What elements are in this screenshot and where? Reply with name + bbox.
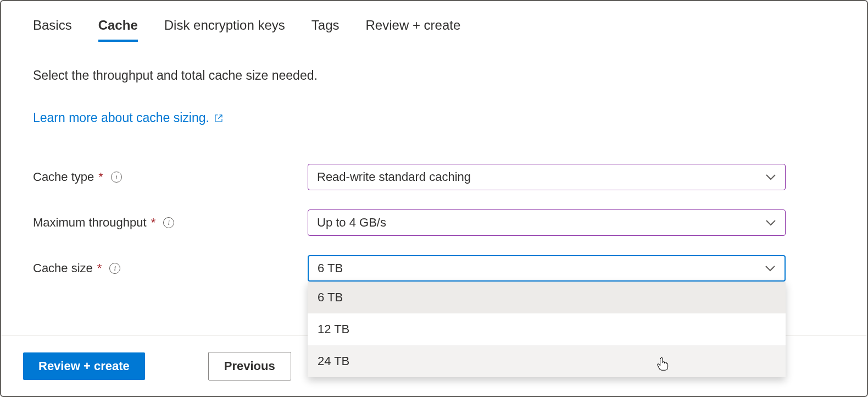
required-indicator: * (151, 216, 156, 230)
learn-more-link[interactable]: Learn more about cache sizing. (33, 111, 224, 125)
cache-size-dropdown[interactable]: 6 TB (308, 255, 786, 282)
tab-review[interactable]: Review + create (366, 18, 461, 42)
required-indicator: * (98, 170, 103, 184)
previous-button[interactable]: Previous (208, 352, 291, 381)
max-throughput-dropdown[interactable]: Up to 4 GB/s (308, 209, 786, 236)
max-throughput-label: Maximum throughput * i (33, 216, 308, 230)
required-indicator: * (97, 261, 102, 275)
page-description: Select the throughput and total cache si… (33, 68, 835, 83)
chevron-down-icon (765, 174, 776, 180)
cache-size-label: Cache size * i (33, 261, 308, 275)
learn-more-text: Learn more about cache sizing. (33, 111, 209, 125)
cache-type-label: Cache type * i (33, 170, 308, 184)
chevron-down-icon (765, 219, 776, 226)
cache-size-option[interactable]: 24 TB (308, 345, 786, 377)
tab-cache[interactable]: Cache (98, 18, 138, 42)
info-icon[interactable]: i (109, 263, 120, 274)
tab-basics[interactable]: Basics (33, 18, 72, 42)
review-create-button[interactable]: Review + create (23, 352, 145, 380)
info-icon[interactable]: i (163, 217, 174, 228)
tab-tags[interactable]: Tags (311, 18, 340, 42)
info-icon[interactable]: i (111, 172, 122, 183)
tab-disk-encryption[interactable]: Disk encryption keys (164, 18, 285, 42)
cache-type-value: Read-write standard caching (317, 170, 471, 184)
tab-bar: Basics Cache Disk encryption keys Tags R… (33, 18, 835, 42)
external-link-icon (214, 113, 224, 123)
cache-size-option[interactable]: 12 TB (308, 313, 786, 345)
chevron-down-icon (765, 265, 776, 272)
cache-type-dropdown[interactable]: Read-write standard caching (308, 164, 786, 190)
cache-size-options: 6 TB 12 TB 24 TB (308, 282, 786, 377)
pointer-cursor-icon (655, 356, 670, 371)
max-throughput-value: Up to 4 GB/s (317, 216, 386, 230)
cache-size-value: 6 TB (318, 261, 343, 275)
cache-size-option[interactable]: 6 TB (308, 282, 786, 313)
